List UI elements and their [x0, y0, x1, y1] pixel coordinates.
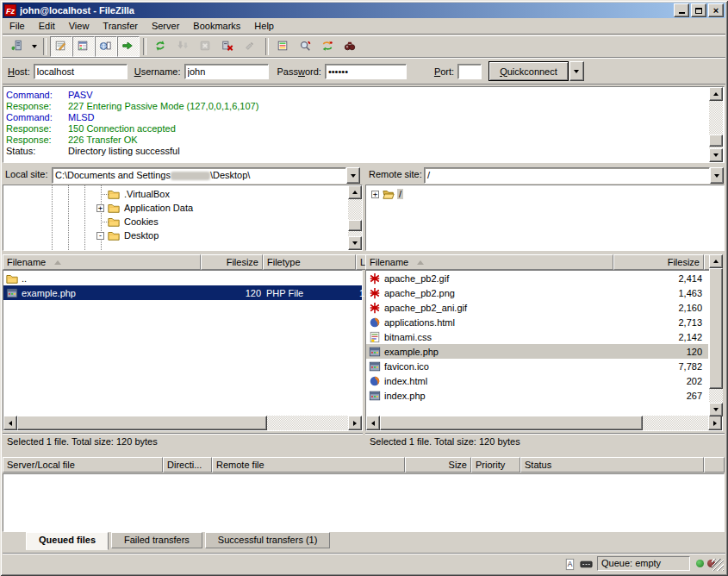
- tree-item-root[interactable]: +/: [371, 187, 403, 201]
- tree-item-cookies[interactable]: Cookies: [96, 215, 160, 229]
- remote-list-vscrollbar[interactable]: [709, 254, 723, 416]
- quickconnect-button[interactable]: Quickconnect: [488, 61, 569, 81]
- scroll-left-button[interactable]: [3, 416, 17, 430]
- scroll-thumb[interactable]: [380, 416, 643, 430]
- file-row-apache-pb2-png[interactable]: apache_pb2.png1,463: [366, 285, 708, 300]
- message-log-toggle-icon: [54, 40, 68, 53]
- maximize-button[interactable]: [691, 3, 706, 17]
- queue-column-server-local-file[interactable]: Server/Local file: [3, 457, 163, 473]
- scroll-right-button[interactable]: [708, 416, 722, 430]
- scroll-thumb[interactable]: [348, 220, 362, 231]
- tree-guide-line: [68, 185, 69, 250]
- local-site-combo[interactable]: C:\Documents and Settings\Desktop\: [52, 167, 360, 184]
- queue-column-status[interactable]: Status: [520, 457, 704, 473]
- phpfile-icon: [369, 360, 381, 373]
- remote-tree-toggle-button[interactable]: [95, 36, 117, 57]
- svg-text:A: A: [568, 560, 573, 568]
- remote-site-dropdown-button[interactable]: [710, 167, 724, 184]
- queue-column-directi-[interactable]: Directi...: [163, 457, 212, 473]
- username-input[interactable]: [184, 64, 269, 79]
- tree-item-application-data[interactable]: +Application Data: [96, 201, 195, 215]
- column-header-filesize[interactable]: Filesize: [613, 254, 704, 270]
- menu-transfer[interactable]: Transfer: [96, 19, 145, 33]
- column-header-filesize[interactable]: Filesize: [201, 254, 263, 270]
- file-row-example-php[interactable]: example.php120: [366, 344, 708, 359]
- menu-server[interactable]: Server: [145, 19, 186, 33]
- queue-column-spacer[interactable]: [704, 457, 725, 473]
- transfer-queue-toggle-button[interactable]: [117, 36, 140, 57]
- file-row-index-html[interactable]: index.html202: [366, 373, 708, 388]
- collapse-icon[interactable]: -: [96, 232, 104, 240]
- scroll-right-button[interactable]: [348, 416, 362, 430]
- scroll-down-button[interactable]: [709, 148, 723, 162]
- scroll-down-button[interactable]: [709, 403, 723, 416]
- synchronized-browsing-button[interactable]: [317, 36, 339, 57]
- filename-filters-button[interactable]: [272, 36, 295, 57]
- titlebar[interactable]: Fz john@localhost - FileZilla ×: [3, 3, 725, 18]
- host-input[interactable]: [34, 64, 128, 79]
- tab-queued-files[interactable]: Queued files: [26, 532, 109, 550]
- queue-panel[interactable]: [3, 473, 725, 532]
- scroll-thumb[interactable]: [709, 135, 723, 147]
- scroll-down-button[interactable]: [348, 236, 362, 250]
- scroll-thumb[interactable]: [709, 268, 723, 389]
- file-row-index-php[interactable]: index.php267: [366, 388, 708, 403]
- column-header-filename[interactable]: Filename: [3, 254, 201, 270]
- quickconnect-dropdown-button[interactable]: [569, 61, 584, 81]
- menu-bookmarks[interactable]: Bookmarks: [186, 19, 247, 33]
- menu-edit[interactable]: Edit: [32, 19, 62, 33]
- tree-item--virtualbox[interactable]: .VirtualBox: [96, 187, 171, 201]
- remote-file-list[interactable]: apache_pb2.gif2,414apache_pb2.png1,463ap…: [365, 270, 723, 431]
- local-list-hscrollbar[interactable]: [3, 416, 362, 430]
- remote-site-combo[interactable]: /: [424, 167, 724, 184]
- file-row-bitnami-css[interactable]: bitnami.css2,142: [366, 329, 708, 344]
- filesize-cell: 120: [614, 344, 705, 359]
- port-input[interactable]: [457, 64, 482, 79]
- column-header-filename[interactable]: Filename: [365, 254, 613, 270]
- tab-successful-transfers-1-[interactable]: Successful transfers (1): [205, 532, 331, 548]
- queue-column-priority[interactable]: Priority: [471, 457, 520, 473]
- file-row--[interactable]: ..: [3, 271, 362, 285]
- local-site-dropdown-button[interactable]: [346, 167, 360, 184]
- remote-list-hscrollbar[interactable]: [366, 416, 722, 430]
- local-directory-tree[interactable]: .VirtualBox+Application DataCookies-Desk…: [3, 185, 363, 251]
- directory-comparison-button[interactable]: [295, 36, 317, 57]
- remote-directory-tree[interactable]: +/: [365, 185, 725, 251]
- scroll-left-button[interactable]: [366, 416, 380, 430]
- file-row-apache-pb2-gif[interactable]: apache_pb2.gif2,414: [366, 271, 708, 285]
- file-row-favicon-ico[interactable]: favicon.ico7,782: [366, 359, 708, 373]
- close-button[interactable]: ×: [708, 3, 724, 17]
- menu-file[interactable]: File: [3, 19, 32, 33]
- site-manager-dropdown-button[interactable]: [28, 37, 40, 56]
- file-row-example-php[interactable]: example.php120PHP File1: [3, 285, 362, 300]
- local-tree-vscrollbar[interactable]: [348, 185, 362, 250]
- message-log-toggle-button[interactable]: [50, 36, 72, 57]
- scroll-up-button[interactable]: [709, 87, 723, 101]
- refresh-button[interactable]: [150, 36, 172, 57]
- queue-column-size[interactable]: Size: [405, 457, 471, 473]
- scroll-thumb[interactable]: [17, 416, 267, 430]
- resize-grip[interactable]: [712, 559, 724, 571]
- menu-view[interactable]: View: [62, 19, 96, 33]
- menu-help[interactable]: Help: [247, 19, 281, 33]
- file-row-apache-pb2-ani-gif[interactable]: apache_pb2_ani.gif2,160: [366, 300, 708, 315]
- tab-failed-transfers[interactable]: Failed transfers: [111, 532, 202, 548]
- message-log-scrollbar[interactable]: [709, 87, 723, 162]
- quickconnect-bar: Host:Username:Password:Port:Quickconnect: [3, 58, 725, 85]
- expand-icon[interactable]: +: [96, 204, 104, 212]
- filename-cell: index.php: [366, 388, 614, 403]
- find-files-button[interactable]: [339, 36, 362, 57]
- scroll-up-button[interactable]: [709, 254, 723, 268]
- site-manager-button[interactable]: [6, 36, 28, 57]
- password-input[interactable]: [325, 64, 407, 79]
- file-row-applications-html[interactable]: applications.html2,713: [366, 315, 708, 329]
- scroll-up-button[interactable]: [348, 185, 362, 199]
- queue-column-remote-file[interactable]: Remote file: [212, 457, 405, 473]
- disconnect-button[interactable]: [217, 36, 240, 57]
- local-file-list[interactable]: ..example.php120PHP File1: [3, 270, 363, 431]
- local-tree-toggle-button[interactable]: [72, 36, 95, 57]
- tree-item-desktop[interactable]: -Desktop: [96, 229, 160, 242]
- minimize-button[interactable]: [674, 3, 689, 17]
- expand-icon[interactable]: +: [371, 191, 379, 198]
- column-header-filetype[interactable]: Filetype: [263, 254, 356, 270]
